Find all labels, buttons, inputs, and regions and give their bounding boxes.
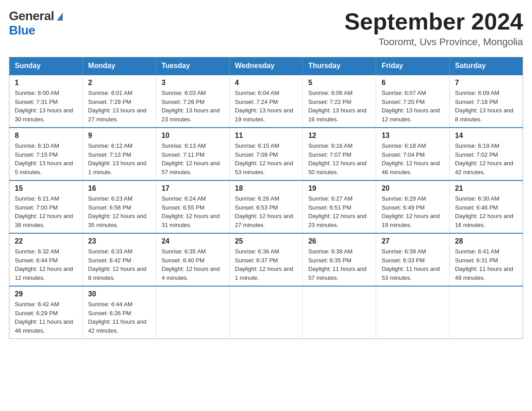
day-number: 15 (15, 184, 77, 193)
table-row: 29 Sunrise: 6:42 AM Sunset: 6:29 PM Dayl… (9, 286, 83, 339)
table-row: 4 Sunrise: 6:04 AM Sunset: 7:24 PM Dayli… (229, 75, 303, 128)
table-row: 17 Sunrise: 6:24 AM Sunset: 6:55 PM Dayl… (156, 180, 229, 233)
table-row: 24 Sunrise: 6:35 AM Sunset: 6:40 PM Dayl… (156, 233, 229, 286)
page-header: General Blue September 2024 Tooromt, Uvs… (9, 9, 523, 48)
col-sunday: Sunday (9, 57, 83, 75)
day-number: 14 (455, 132, 517, 140)
table-row (156, 286, 229, 339)
week-row-1: 1 Sunrise: 6:00 AM Sunset: 7:31 PM Dayli… (9, 75, 523, 128)
day-number: 12 (308, 132, 370, 140)
table-row: 18 Sunrise: 6:26 AM Sunset: 6:53 PM Dayl… (229, 180, 303, 233)
col-monday: Monday (82, 57, 156, 75)
day-number: 30 (88, 290, 150, 298)
table-row: 10 Sunrise: 6:13 AM Sunset: 7:11 PM Dayl… (156, 128, 229, 180)
day-info: Sunrise: 6:44 AM Sunset: 6:26 PM Dayligh… (88, 300, 150, 335)
day-number: 18 (235, 184, 297, 193)
day-info: Sunrise: 6:38 AM Sunset: 6:35 PM Dayligh… (308, 247, 370, 282)
table-row: 9 Sunrise: 6:12 AM Sunset: 7:13 PM Dayli… (82, 128, 156, 180)
day-number: 13 (382, 132, 444, 140)
col-friday: Friday (376, 57, 450, 75)
table-row: 25 Sunrise: 6:36 AM Sunset: 6:37 PM Dayl… (229, 233, 303, 286)
table-row: 21 Sunrise: 6:30 AM Sunset: 6:46 PM Dayl… (450, 180, 523, 233)
month-title: September 2024 (344, 9, 523, 34)
calendar-table: Sunday Monday Tuesday Wednesday Thursday… (9, 57, 523, 339)
day-number: 26 (308, 237, 370, 245)
day-number: 6 (382, 79, 444, 87)
week-row-3: 15 Sunrise: 6:21 AM Sunset: 7:00 PM Dayl… (9, 180, 523, 233)
day-number: 17 (162, 184, 224, 193)
logo: General Blue (9, 9, 63, 38)
day-info: Sunrise: 6:36 AM Sunset: 6:37 PM Dayligh… (235, 247, 297, 282)
week-row-4: 22 Sunrise: 6:32 AM Sunset: 6:44 PM Dayl… (9, 233, 523, 286)
day-info: Sunrise: 6:18 AM Sunset: 7:04 PM Dayligh… (382, 141, 444, 176)
day-info: Sunrise: 6:35 AM Sunset: 6:40 PM Dayligh… (162, 247, 224, 282)
day-number: 23 (88, 237, 150, 245)
day-info: Sunrise: 6:21 AM Sunset: 7:00 PM Dayligh… (15, 194, 77, 229)
day-info: Sunrise: 6:23 AM Sunset: 6:58 PM Dayligh… (88, 194, 150, 229)
table-row (376, 286, 450, 339)
day-info: Sunrise: 6:04 AM Sunset: 7:24 PM Dayligh… (235, 89, 297, 124)
day-number: 21 (455, 184, 517, 193)
day-number: 19 (308, 184, 370, 193)
day-info: Sunrise: 6:09 AM Sunset: 7:18 PM Dayligh… (455, 89, 517, 124)
table-row (229, 286, 303, 339)
table-row: 13 Sunrise: 6:18 AM Sunset: 7:04 PM Dayl… (376, 128, 450, 180)
calendar-header-row: Sunday Monday Tuesday Wednesday Thursday… (9, 57, 523, 75)
day-info: Sunrise: 6:03 AM Sunset: 7:26 PM Dayligh… (162, 89, 224, 124)
day-info: Sunrise: 6:27 AM Sunset: 6:51 PM Dayligh… (308, 194, 370, 229)
day-number: 29 (15, 290, 77, 298)
day-info: Sunrise: 6:33 AM Sunset: 6:42 PM Dayligh… (88, 247, 150, 282)
day-number: 4 (235, 79, 297, 87)
table-row: 5 Sunrise: 6:06 AM Sunset: 7:22 PM Dayli… (303, 75, 376, 128)
table-row: 8 Sunrise: 6:10 AM Sunset: 7:15 PM Dayli… (9, 128, 83, 180)
table-row: 6 Sunrise: 6:07 AM Sunset: 7:20 PM Dayli… (376, 75, 450, 128)
day-info: Sunrise: 6:42 AM Sunset: 6:29 PM Dayligh… (15, 300, 77, 335)
table-row: 22 Sunrise: 6:32 AM Sunset: 6:44 PM Dayl… (9, 233, 83, 286)
day-info: Sunrise: 6:16 AM Sunset: 7:07 PM Dayligh… (308, 141, 370, 176)
week-row-5: 29 Sunrise: 6:42 AM Sunset: 6:29 PM Dayl… (9, 286, 523, 339)
table-row: 27 Sunrise: 6:39 AM Sunset: 6:33 PM Dayl… (376, 233, 450, 286)
day-info: Sunrise: 6:10 AM Sunset: 7:15 PM Dayligh… (15, 141, 77, 176)
table-row: 3 Sunrise: 6:03 AM Sunset: 7:26 PM Dayli… (156, 75, 229, 128)
day-number: 2 (88, 79, 150, 87)
day-info: Sunrise: 6:13 AM Sunset: 7:11 PM Dayligh… (162, 141, 224, 176)
day-number: 3 (162, 79, 224, 87)
table-row: 28 Sunrise: 6:41 AM Sunset: 6:31 PM Dayl… (450, 233, 523, 286)
table-row: 30 Sunrise: 6:44 AM Sunset: 6:26 PM Dayl… (82, 286, 156, 339)
day-info: Sunrise: 6:00 AM Sunset: 7:31 PM Dayligh… (15, 89, 77, 124)
day-info: Sunrise: 6:26 AM Sunset: 6:53 PM Dayligh… (235, 194, 297, 229)
table-row: 15 Sunrise: 6:21 AM Sunset: 7:00 PM Dayl… (9, 180, 83, 233)
table-row: 20 Sunrise: 6:29 AM Sunset: 6:49 PM Dayl… (376, 180, 450, 233)
day-info: Sunrise: 6:39 AM Sunset: 6:33 PM Dayligh… (382, 247, 444, 282)
day-number: 25 (235, 237, 297, 245)
day-number: 5 (308, 79, 370, 87)
day-info: Sunrise: 6:29 AM Sunset: 6:49 PM Dayligh… (382, 194, 444, 229)
table-row (450, 286, 523, 339)
day-number: 8 (15, 132, 77, 140)
day-number: 16 (88, 184, 150, 193)
table-row: 23 Sunrise: 6:33 AM Sunset: 6:42 PM Dayl… (82, 233, 156, 286)
table-row (303, 286, 376, 339)
col-wednesday: Wednesday (229, 57, 303, 75)
day-info: Sunrise: 6:07 AM Sunset: 7:20 PM Dayligh… (382, 89, 444, 124)
day-info: Sunrise: 6:32 AM Sunset: 6:44 PM Dayligh… (15, 247, 77, 282)
day-info: Sunrise: 6:30 AM Sunset: 6:46 PM Dayligh… (455, 194, 517, 229)
day-info: Sunrise: 6:01 AM Sunset: 7:29 PM Dayligh… (88, 89, 150, 124)
day-info: Sunrise: 6:15 AM Sunset: 7:09 PM Dayligh… (235, 141, 297, 176)
col-tuesday: Tuesday (156, 57, 229, 75)
table-row: 2 Sunrise: 6:01 AM Sunset: 7:29 PM Dayli… (82, 75, 156, 128)
title-section: September 2024 Tooromt, Uvs Province, Mo… (344, 9, 523, 48)
day-info: Sunrise: 6:19 AM Sunset: 7:02 PM Dayligh… (455, 141, 517, 176)
table-row: 1 Sunrise: 6:00 AM Sunset: 7:31 PM Dayli… (9, 75, 83, 128)
day-number: 9 (88, 132, 150, 140)
logo-general-text: General (9, 9, 54, 23)
col-thursday: Thursday (303, 57, 376, 75)
day-number: 7 (455, 79, 517, 87)
day-number: 1 (15, 79, 77, 87)
day-info: Sunrise: 6:41 AM Sunset: 6:31 PM Dayligh… (455, 247, 517, 282)
day-number: 10 (162, 132, 224, 140)
week-row-2: 8 Sunrise: 6:10 AM Sunset: 7:15 PM Dayli… (9, 128, 523, 180)
day-number: 28 (455, 237, 517, 245)
day-number: 22 (15, 237, 77, 245)
day-info: Sunrise: 6:12 AM Sunset: 7:13 PM Dayligh… (88, 141, 150, 176)
